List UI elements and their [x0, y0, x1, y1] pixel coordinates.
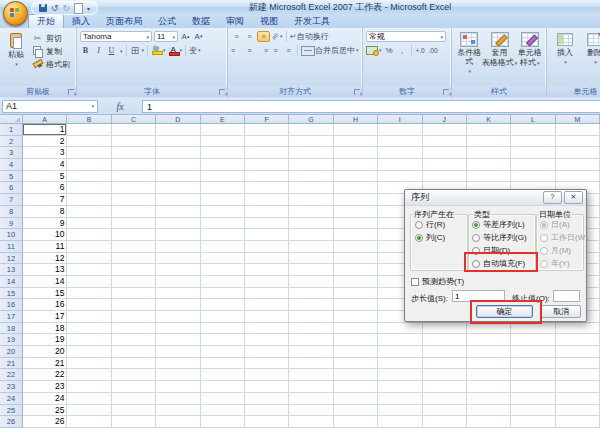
cell-D26[interactable]: [156, 416, 200, 428]
cell-C14[interactable]: [112, 276, 156, 288]
cell-G5[interactable]: [289, 171, 333, 183]
step-value-input[interactable]: [452, 290, 505, 302]
cell-D18[interactable]: [156, 323, 200, 335]
cell-E22[interactable]: [201, 369, 245, 381]
select-all-corner[interactable]: [0, 115, 23, 124]
row-header-3[interactable]: 3: [0, 147, 23, 159]
cell-E19[interactable]: [201, 334, 245, 346]
cell-A23[interactable]: 23: [23, 381, 67, 393]
radio-columns[interactable]: 列(C): [415, 231, 445, 244]
cell-K1[interactable]: [467, 124, 511, 136]
row-header-23[interactable]: 23: [0, 381, 23, 393]
italic-button[interactable]: I: [93, 45, 104, 56]
cell-I19[interactable]: [378, 334, 422, 346]
cell-M4[interactable]: [556, 159, 600, 171]
column-header-I[interactable]: I: [378, 115, 422, 124]
cell-G6[interactable]: [289, 182, 333, 194]
cell-B19[interactable]: [67, 334, 111, 346]
insert-function-icon[interactable]: fx: [98, 101, 142, 112]
cell-L20[interactable]: [511, 346, 555, 358]
cell-G22[interactable]: [289, 369, 333, 381]
cell-L22[interactable]: [511, 369, 555, 381]
row-header-4[interactable]: 4: [0, 159, 23, 171]
cell-M21[interactable]: [556, 358, 600, 370]
cell-B18[interactable]: [67, 323, 111, 335]
cell-M23[interactable]: [556, 381, 600, 393]
cell-I24[interactable]: [378, 393, 422, 405]
cell-H13[interactable]: [334, 264, 378, 276]
cell-H4[interactable]: [334, 159, 378, 171]
cell-styles-button[interactable]: 单元格 样式▾: [516, 30, 545, 85]
cell-A7[interactable]: 7: [23, 194, 67, 206]
cell-C25[interactable]: [112, 405, 156, 417]
cell-B5[interactable]: [67, 171, 111, 183]
cell-I18[interactable]: [378, 323, 422, 335]
cell-C17[interactable]: [112, 311, 156, 323]
cell-J26[interactable]: [423, 416, 467, 428]
cell-G10[interactable]: [289, 229, 333, 241]
cell-C9[interactable]: [112, 218, 156, 230]
cell-M5[interactable]: [556, 171, 600, 183]
cell-K25[interactable]: [467, 405, 511, 417]
cell-K24[interactable]: [467, 393, 511, 405]
cell-I26[interactable]: [378, 416, 422, 428]
cell-F10[interactable]: [245, 229, 289, 241]
cell-H12[interactable]: [334, 253, 378, 265]
delete-cells-button[interactable]: 删除 ▾: [580, 30, 600, 85]
cell-D9[interactable]: [156, 218, 200, 230]
cell-F6[interactable]: [245, 182, 289, 194]
cell-L4[interactable]: [511, 159, 555, 171]
cell-E17[interactable]: [201, 311, 245, 323]
cell-I25[interactable]: [378, 405, 422, 417]
cell-E6[interactable]: [201, 182, 245, 194]
cell-K20[interactable]: [467, 346, 511, 358]
cell-F2[interactable]: [245, 136, 289, 148]
cell-C12[interactable]: [112, 253, 156, 265]
cell-B10[interactable]: [67, 229, 111, 241]
cell-E16[interactable]: [201, 299, 245, 311]
cell-F5[interactable]: [245, 171, 289, 183]
shrink-font-button[interactable]: A▾: [193, 31, 204, 42]
font-name-select[interactable]: Tahoma ▾: [80, 31, 152, 42]
cell-E4[interactable]: [201, 159, 245, 171]
cell-D1[interactable]: [156, 124, 200, 136]
cell-F26[interactable]: [245, 416, 289, 428]
cell-L18[interactable]: [511, 323, 555, 335]
row-header-6[interactable]: 6: [0, 182, 23, 194]
cell-F15[interactable]: [245, 288, 289, 300]
cell-G7[interactable]: [289, 194, 333, 206]
cell-D5[interactable]: [156, 171, 200, 183]
cell-L5[interactable]: [511, 171, 555, 183]
cell-L26[interactable]: [511, 416, 555, 428]
cell-F9[interactable]: [245, 218, 289, 230]
cell-A21[interactable]: 21: [23, 358, 67, 370]
cell-A18[interactable]: 18: [23, 323, 67, 335]
cell-F23[interactable]: [245, 381, 289, 393]
cell-G26[interactable]: [289, 416, 333, 428]
cell-A13[interactable]: 13: [23, 264, 67, 276]
cell-F12[interactable]: [245, 253, 289, 265]
cell-B21[interactable]: [67, 358, 111, 370]
cell-D6[interactable]: [156, 182, 200, 194]
name-box[interactable]: A1 ▾: [2, 100, 98, 113]
dialog-close-button[interactable]: ✕: [564, 191, 583, 204]
radio-linear[interactable]: 等差序列(L): [472, 218, 527, 231]
cell-B11[interactable]: [67, 241, 111, 253]
accounting-format-button[interactable]: ▾: [366, 45, 382, 56]
cell-B6[interactable]: [67, 182, 111, 194]
cell-B8[interactable]: [67, 206, 111, 218]
cell-B26[interactable]: [67, 416, 111, 428]
column-header-L[interactable]: L: [511, 115, 555, 124]
conditional-formatting-button[interactable]: 条件格式 ▾: [455, 30, 484, 85]
row-header-26[interactable]: 26: [0, 416, 23, 428]
cell-D17[interactable]: [156, 311, 200, 323]
cell-G11[interactable]: [289, 241, 333, 253]
row-header-2[interactable]: 2: [0, 136, 23, 148]
cell-L21[interactable]: [511, 358, 555, 370]
cell-E5[interactable]: [201, 171, 245, 183]
cell-C18[interactable]: [112, 323, 156, 335]
row-header-24[interactable]: 24: [0, 393, 23, 405]
increase-indent-icon[interactable]: ≡: [283, 46, 294, 55]
cell-M22[interactable]: [556, 369, 600, 381]
cell-M3[interactable]: [556, 147, 600, 159]
